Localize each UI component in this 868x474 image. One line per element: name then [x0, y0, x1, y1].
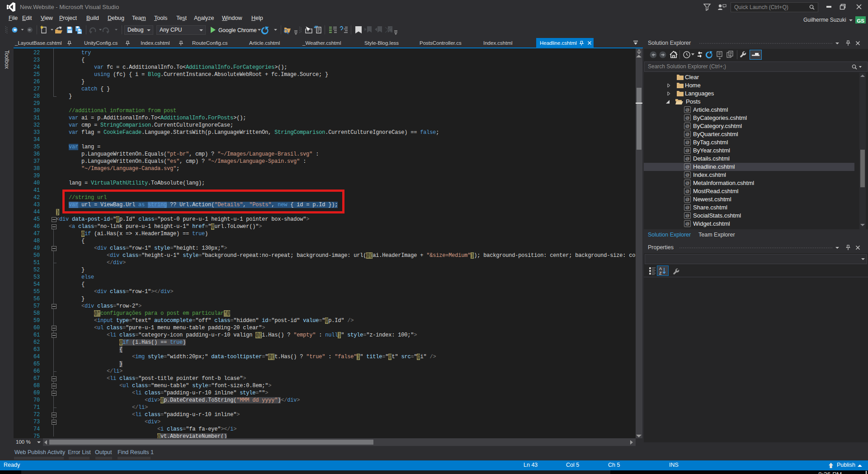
- svg-text:A: A: [659, 266, 662, 271]
- svg-text:Z: Z: [659, 271, 662, 275]
